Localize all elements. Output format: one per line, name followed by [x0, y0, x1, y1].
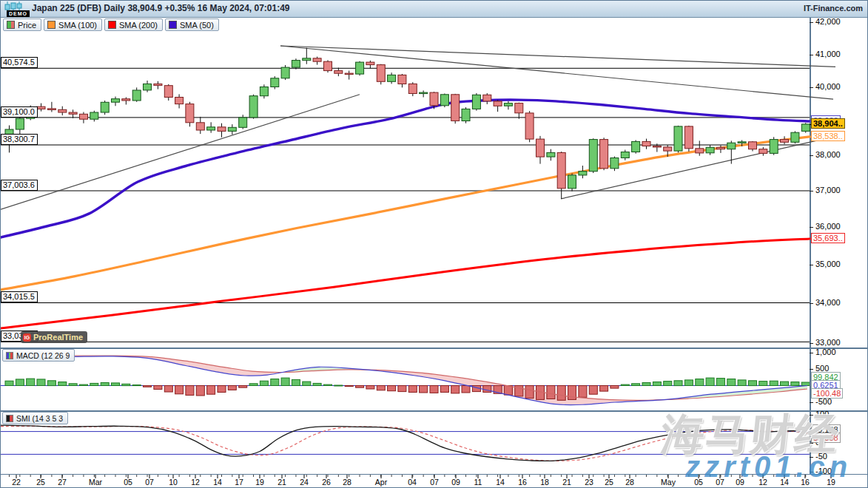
macd-histogram-bar — [334, 385, 343, 386]
x-axis-date-label: 10 — [169, 478, 178, 487]
candle-down — [600, 140, 608, 169]
ig-logo-icon: IG — [23, 333, 31, 342]
price-axis-tick-label: 33,000 — [815, 338, 841, 347]
price-label-red: 35,693.. — [811, 233, 845, 243]
candle-up — [112, 99, 120, 103]
candle-up — [260, 87, 268, 96]
price-level-label: 40,574.5 — [1, 57, 38, 68]
candle-down — [154, 84, 162, 85]
legend-label: Price — [18, 21, 36, 30]
candle-up — [632, 141, 640, 152]
macd-histogram-bar — [706, 378, 714, 385]
macd-histogram-bar — [440, 386, 448, 393]
macd-histogram-bar — [196, 386, 204, 396]
candle-down — [494, 101, 502, 106]
candle-down — [69, 112, 77, 114]
price-axis-tick-mark — [810, 191, 813, 192]
macd-histogram-bar — [313, 383, 321, 385]
macd-histogram-bar — [716, 379, 724, 386]
macd-histogram-bar — [377, 386, 385, 390]
candle-down — [483, 95, 491, 101]
macd-histogram-bar — [749, 381, 757, 386]
macd-axis-tick-mark — [810, 369, 813, 370]
macd-histogram-bar — [271, 379, 279, 386]
macd-histogram-bar — [218, 386, 226, 393]
candle-down — [664, 147, 672, 151]
sma-200-line — [1, 239, 810, 328]
candle-down — [557, 152, 565, 188]
candle-down — [164, 86, 172, 98]
x-axis-date-label: 21 — [562, 478, 571, 487]
candle-down — [324, 61, 332, 70]
macd-histogram-bar — [642, 383, 650, 386]
legend-button-sma-200[interactable]: SMA (200) — [104, 18, 163, 31]
macd-histogram-bar — [557, 386, 565, 401]
candle-up — [547, 152, 555, 157]
candle-up — [462, 109, 470, 121]
macd-histogram-bar — [345, 386, 353, 387]
price-axis-tick-label: 35,000 — [815, 260, 841, 268]
candle-up — [271, 78, 279, 87]
legend-button-price[interactable]: Price — [3, 18, 41, 31]
macd-axis-tick-mark — [810, 353, 813, 353]
candle-down — [345, 73, 353, 75]
x-axis-date-label: May — [661, 478, 676, 487]
candle-up — [207, 127, 215, 130]
prorealtime-watermark: IG ProRealTime — [21, 331, 87, 343]
candle-down — [37, 106, 45, 109]
prorealtime-text: ProRealTime — [33, 333, 83, 342]
candle-up — [579, 172, 587, 175]
candle-up — [727, 143, 736, 149]
macd-histogram-bar — [16, 379, 24, 386]
candle-up — [303, 58, 311, 61]
legend-label: SMA (200) — [119, 21, 158, 30]
candle-up — [420, 92, 428, 94]
candle-up — [706, 147, 714, 153]
smi-tab-label: SMI (14 3 5 3 — [16, 414, 63, 423]
candle-down — [642, 141, 650, 146]
macd-histogram-bar — [90, 383, 98, 385]
macd-histogram-bar — [132, 385, 141, 386]
macd-histogram-bar — [451, 386, 460, 393]
legend-button-sma-50[interactable]: SMA (50) — [165, 18, 219, 31]
candle-up — [472, 95, 480, 109]
x-axis-date-label: 04 — [408, 478, 417, 487]
price-axis-tick-mark — [810, 343, 813, 344]
price-level-label: 38,300.7 — [1, 134, 38, 145]
macd-histogram-bar — [239, 386, 247, 388]
x-axis-date-label: 28 — [343, 478, 351, 487]
tab-smi-indicator[interactable]: SMI (14 3 5 3 — [2, 412, 68, 424]
macd-histogram-bar — [260, 381, 268, 385]
candles-group — [5, 48, 810, 199]
macd-histogram-bar — [420, 386, 428, 393]
macd-histogram-bar — [684, 380, 693, 386]
macd-histogram-bar — [80, 384, 88, 385]
tab-macd-indicator[interactable]: MACD (12 26 9 — [2, 349, 75, 362]
candle-down — [451, 95, 460, 121]
macd-histogram-bar — [356, 386, 364, 388]
macd-histogram-bar — [600, 386, 608, 392]
macd-histogram-bar — [47, 381, 55, 386]
macd-histogram-bar — [504, 386, 512, 396]
candle-down — [653, 146, 661, 148]
sma-100-line — [1, 137, 810, 290]
macd-histogram-bar — [727, 379, 736, 386]
brand-link[interactable]: IT-Finance.com — [804, 4, 863, 13]
legend-button-sma-100[interactable]: SMA (100) — [44, 18, 102, 31]
x-axis-date-label: 11 — [474, 478, 482, 487]
macd-histogram-bar — [621, 384, 629, 385]
x-axis-date-label: 24 — [300, 478, 309, 487]
x-axis-date-label: 16 — [518, 478, 527, 487]
candle-up — [249, 96, 258, 118]
macd-histogram-bar — [430, 386, 438, 393]
legend-swatch-icon — [7, 21, 15, 29]
macd-histogram-bar — [525, 386, 534, 399]
price-panel-graphics — [1, 46, 837, 342]
x-axis-date-label: 28 — [625, 478, 634, 487]
price-axis-tick-label: 42,000 — [815, 17, 841, 26]
candle-down — [47, 109, 55, 110]
candle-down — [749, 142, 757, 149]
candle-down — [716, 147, 724, 149]
sma-50-line — [1, 100, 810, 237]
price-axis-tick-mark — [810, 227, 813, 228]
